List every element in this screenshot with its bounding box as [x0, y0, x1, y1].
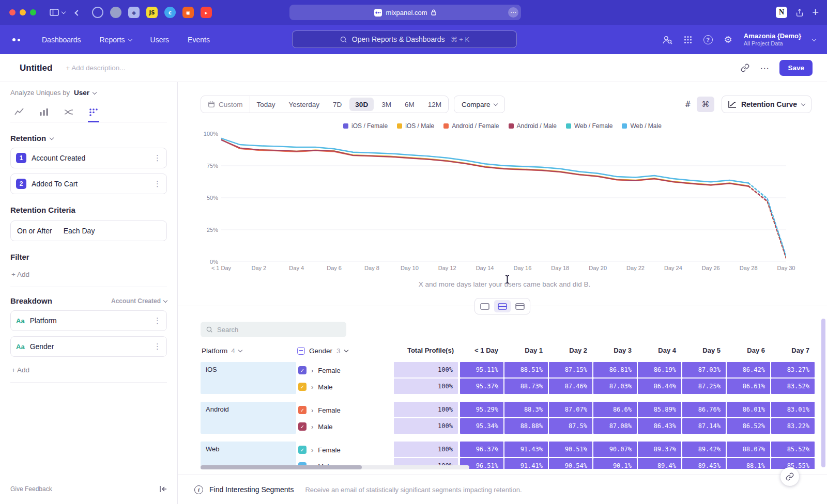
gender-cell[interactable]: ✓›Female	[297, 402, 394, 418]
retention-value-cell[interactable]: 88.51%	[504, 362, 548, 377]
date-range-7d[interactable]: 7D	[326, 96, 348, 113]
gender-cell[interactable]: ✓›Male	[297, 418, 394, 435]
retention-value-cell[interactable]: 87.14%	[682, 418, 726, 434]
analyze-entity-dropdown[interactable]: User	[74, 89, 96, 97]
retention-value-cell[interactable]: 86.01%	[727, 402, 770, 417]
retention-value-cell[interactable]: 87.03%	[593, 379, 637, 394]
nav-item-users[interactable]: Users	[150, 36, 170, 44]
retention-value-cell[interactable]: 86.44%	[638, 379, 681, 394]
retention-value-cell[interactable]: 90.54%	[549, 458, 592, 469]
nav-item-dashboards[interactable]: Dashboards	[42, 36, 81, 44]
project-switcher[interactable]: Amazonia {Demo} All Project Data	[744, 32, 801, 48]
retention-value-cell[interactable]: 86.52%	[727, 418, 770, 434]
date-range-custom[interactable]: Custom	[201, 96, 250, 113]
find-segments-label[interactable]: Find Interesting Segments	[209, 485, 294, 494]
table-search-input[interactable]	[217, 326, 331, 334]
retention-value-cell[interactable]: 87.07%	[549, 402, 592, 417]
retention-step-card[interactable]: 2Added To Cart⋮	[10, 174, 167, 194]
share-link-fab[interactable]	[780, 467, 799, 486]
checkbox-checked-icon[interactable]: ✓	[298, 366, 307, 374]
criteria-interval-dropdown[interactable]: Each Day	[64, 227, 95, 235]
kebab-menu-icon[interactable]: ⋮	[154, 342, 161, 351]
mixpanel-logo[interactable]	[12, 38, 20, 41]
retention-value-cell[interactable]: 85.89%	[638, 402, 681, 417]
retention-value-cell[interactable]: 85.55%	[771, 458, 815, 469]
gender-cell[interactable]: ✓›Female	[297, 442, 394, 458]
horizontal-scrollbar[interactable]	[201, 465, 469, 469]
apps-grid-icon[interactable]	[684, 36, 692, 44]
more-options-icon[interactable]: ⋯	[760, 63, 769, 73]
retention-value-cell[interactable]: 89.37%	[638, 442, 681, 457]
column-header[interactable]: Day 3	[592, 342, 637, 359]
retention-value-cell[interactable]: 95.29%	[460, 402, 503, 417]
retention-value-cell[interactable]: 91.41%	[504, 458, 548, 469]
retention-value-cell[interactable]: 88.1%	[727, 458, 770, 469]
checkbox-checked-icon[interactable]: ✓	[298, 383, 307, 391]
date-range-yesterday[interactable]: Yesterday	[282, 96, 327, 113]
retention-value-cell[interactable]: 95.34%	[460, 418, 503, 434]
retention-value-cell[interactable]: 89.42%	[682, 442, 726, 457]
close-window-button[interactable]	[9, 9, 16, 15]
gender-column-header[interactable]: Gender 3	[297, 347, 394, 355]
retention-value-cell[interactable]: 87.15%	[549, 362, 592, 377]
checkbox-checked-icon[interactable]: ✓	[298, 446, 307, 454]
date-range-30d[interactable]: 30D	[349, 98, 374, 111]
column-header[interactable]: Day 6	[726, 342, 770, 359]
retention-step-card[interactable]: 1Account Created⋮	[10, 148, 167, 168]
retention-value-cell[interactable]: 89.4%	[638, 458, 681, 469]
chart-type-dropdown[interactable]: Retention Curve	[722, 96, 811, 113]
retention-value-cell[interactable]: 86.81%	[593, 362, 637, 377]
column-header[interactable]: < 1 Day	[459, 342, 503, 359]
legend-item[interactable]: Android / Male	[509, 122, 557, 130]
checkbox-checked-icon[interactable]: ✓	[298, 422, 307, 431]
browser-extension-icon[interactable]	[92, 7, 103, 18]
breakdown-card[interactable]: AaPlatform⋮	[10, 310, 167, 331]
browser-extension-icon[interactable]	[110, 7, 121, 18]
retention-value-cell[interactable]: 86.19%	[638, 362, 681, 377]
retention-value-cell[interactable]: 87.46%	[549, 379, 592, 394]
retention-value-cell[interactable]: 91.43%	[504, 442, 548, 457]
platform-cell[interactable]: Android	[201, 402, 296, 434]
vertical-scrollbar[interactable]	[821, 319, 825, 467]
give-feedback-link[interactable]: Give Feedback	[10, 485, 52, 493]
breakdown-card[interactable]: AaGender⋮	[10, 336, 167, 357]
gender-cell[interactable]: ✓›Male	[297, 379, 394, 395]
legend-item[interactable]: Android / Female	[443, 122, 499, 130]
site-options-icon[interactable]: ⋯	[508, 7, 518, 18]
chevron-expand-icon[interactable]: ›	[311, 383, 313, 391]
help-icon[interactable]: ?	[703, 35, 713, 44]
gender-cell[interactable]: ✓›Female	[297, 362, 394, 379]
add-description-field[interactable]: + Add description...	[66, 64, 125, 72]
checkbox-checked-icon[interactable]: ✓	[298, 406, 307, 414]
notion-extension-icon[interactable]: N	[776, 7, 787, 18]
chevron-expand-icon[interactable]: ›	[311, 367, 313, 374]
kebab-menu-icon[interactable]: ⋮	[154, 153, 161, 163]
column-header[interactable]: Day 1	[503, 342, 548, 359]
copy-link-icon[interactable]	[741, 64, 749, 72]
chart-values-toggle-button[interactable]: #	[679, 97, 697, 112]
chevron-down-icon[interactable]	[62, 10, 66, 14]
retention-value-cell[interactable]: 85.52%	[771, 442, 815, 457]
retention-value-cell[interactable]: 90.51%	[549, 442, 592, 457]
compare-button[interactable]: Compare	[454, 96, 506, 113]
retention-value-cell[interactable]: 88.88%	[504, 418, 548, 434]
chevron-down-icon[interactable]	[812, 37, 816, 41]
collapse-sidebar-icon[interactable]	[159, 485, 167, 493]
column-header[interactable]: Day 4	[637, 342, 681, 359]
add-filter-button[interactable]: + Add	[10, 271, 167, 278]
chart-shortcut-toggle-button[interactable]: ⌘	[697, 97, 714, 112]
global-search-button[interactable]: Open Reports & Dashboards ⌘ + K	[292, 30, 517, 48]
column-header[interactable]: Day 2	[548, 342, 592, 359]
user-lookup-icon[interactable]	[662, 35, 672, 44]
settings-gear-icon[interactable]: ⚙	[724, 34, 732, 45]
table-only-view-button[interactable]	[512, 300, 528, 312]
report-title[interactable]: Untitled	[20, 63, 52, 73]
chart-only-view-button[interactable]	[477, 300, 493, 312]
platform-cell[interactable]: iOS	[201, 362, 296, 394]
date-range-today[interactable]: Today	[250, 96, 282, 113]
retention-line-chart[interactable]	[221, 134, 786, 262]
retention-value-cell[interactable]: 88.73%	[504, 379, 548, 394]
column-header[interactable]: Day 7	[770, 342, 815, 359]
legend-item[interactable]: iOS / Female	[343, 122, 388, 130]
tab-funnels[interactable]	[38, 103, 50, 122]
